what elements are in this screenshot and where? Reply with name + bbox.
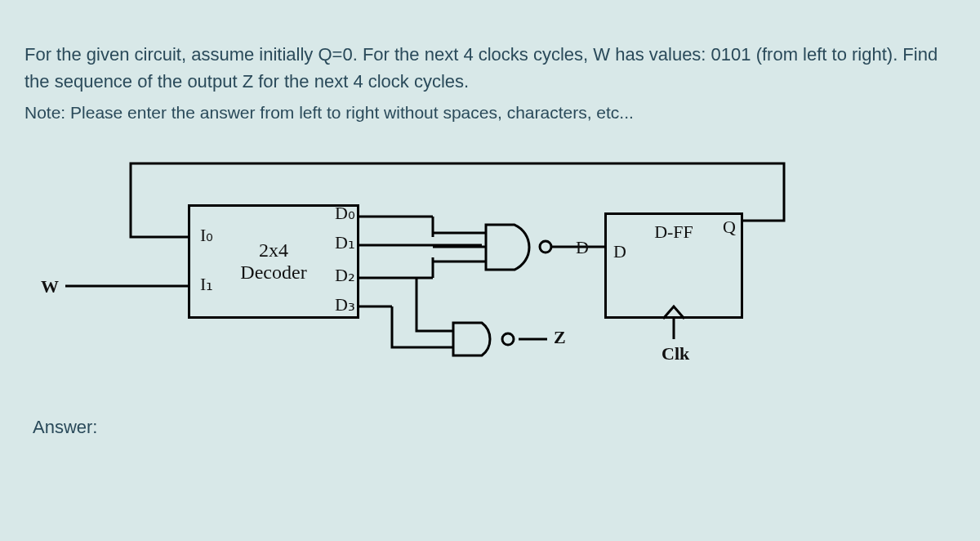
decoder-out2: D₂ — [335, 265, 355, 286]
decoder-out3: D₃ — [335, 294, 355, 315]
question-note: Note: Please enter the answer from left … — [24, 103, 956, 123]
svg-point-13 — [502, 333, 514, 345]
decoder-title-2: Decoder — [240, 262, 306, 284]
circuit-diagram: W 2x4 Decoder I₀ I₁ D₀ D₁ D₂ D₃ D Z D-FF… — [41, 147, 808, 392]
dff-d-pin: D — [613, 241, 626, 262]
decoder-out1: D₁ — [335, 232, 355, 253]
d-input-label: D — [576, 237, 589, 258]
decoder-in1: I₁ — [200, 274, 213, 295]
clk-label: Clk — [662, 343, 689, 364]
decoder-out0: D₀ — [335, 203, 355, 224]
input-w-label: W — [41, 276, 59, 297]
z-output-label: Z — [554, 327, 566, 348]
question-text: For the given circuit, assume initially … — [24, 41, 956, 95]
dff-title: D-FF — [607, 221, 741, 243]
d-flipflop-block: D-FF D Q — [604, 212, 743, 319]
dff-q-pin: Q — [723, 217, 736, 238]
svg-point-12 — [540, 241, 551, 253]
decoder-in0: I₀ — [200, 225, 213, 246]
answer-label: Answer: — [33, 417, 956, 438]
decoder-block: 2x4 Decoder — [188, 204, 359, 319]
decoder-title-1: 2x4 — [259, 239, 288, 262]
